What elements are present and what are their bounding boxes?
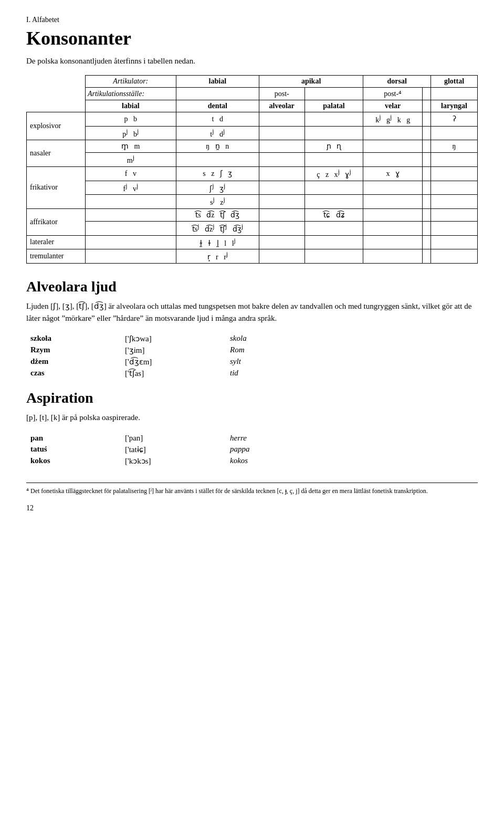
phonetic-kokos: ['kɔkɔs] <box>121 455 226 467</box>
table-row-affrikator2: t͡sj d͡zj t͡ʃj d͡ʒj <box>27 221 478 235</box>
table-row-frikativor: frikativor f v s z ʃ ʒ ç z xj ɣj x ɣ <box>27 166 478 181</box>
word-kokos: kokos <box>26 455 121 467</box>
col-artikulationsst: Artikulationsställe: <box>85 88 176 100</box>
alveolara-word-row-1: szkoła ['ʃkɔwa] skola <box>26 333 478 344</box>
alveolara-word-table: szkoła ['ʃkɔwa] skola Rzym ['ʒim] Rom dż… <box>26 333 478 379</box>
col-labial: labial <box>85 100 176 112</box>
col-post1: post- <box>259 88 304 100</box>
translation-tatus: pappa <box>226 444 478 455</box>
table-row-nasaler2: mj <box>27 153 478 167</box>
alveolara-body: Ljuden [ʃ], [ʒ], [t͡ʃ], [d͡ʒ] är alveola… <box>26 300 478 325</box>
table-row-explosivor2: pj bj tj dj <box>27 126 478 140</box>
footnote: ⁴ Det fonetiska tilläggstecknet för pala… <box>26 483 478 496</box>
phonetic-dzem: ['d͡ʒɛm] <box>121 356 226 368</box>
col-post2: post-⁴ <box>363 88 423 100</box>
table-row-explosivor: explosivor p b t d kj gj k g ʔ <box>27 112 478 127</box>
table-header-row1: Artikulator: labial apikal dorsal glotta… <box>27 76 478 88</box>
word-czas: czas <box>26 368 121 379</box>
row-label-explosivor: explosivor <box>27 112 86 140</box>
table-row-lateraler: lateraler ɫ̪ ɫ l̪ l lj <box>27 235 478 249</box>
aspiration-word-row-2: tatuś ['tatɨɕ] pappa <box>26 444 478 455</box>
word-szkoła: szkoła <box>26 333 121 344</box>
phonetic-czas: ['t͡ʃas] <box>121 368 226 379</box>
col-velar: velar <box>363 100 423 112</box>
consonant-table: Artikulator: labial apikal dorsal glotta… <box>26 75 478 264</box>
table-row-affrikator: affrikator t͡s d͡z t͡ʃ d͡ʒ t͡ɕ d͡ʑ <box>27 208 478 221</box>
table-header-row3: labial dental alveolar palatal velar lar… <box>27 100 478 112</box>
translation-pan: herre <box>226 433 478 444</box>
row-label-affrikator: affrikator <box>27 208 86 235</box>
aspiration-body: [p], [t], [k] är på polska oaspirerade. <box>26 412 478 424</box>
page-title: Konsonanter <box>26 27 478 49</box>
alveolara-word-row-3: dżem ['d͡ʒɛm] sylt <box>26 356 478 368</box>
page-number: 12 <box>26 504 478 512</box>
translation-czas: tid <box>226 368 478 379</box>
table-row-tremulanter: tremulanter r̝ r rj <box>27 249 478 264</box>
phonetic-tatus: ['tatɨɕ] <box>121 444 226 455</box>
table-row-frikativor2: fj vj ʃj ʒj <box>27 181 478 195</box>
col-laryngal: laryngal <box>431 100 478 112</box>
word-pan: pan <box>26 433 121 444</box>
translation-rzym: Rom <box>226 344 478 356</box>
word-dzem: dżem <box>26 356 121 368</box>
col-dorsal-h: dorsal <box>363 76 431 88</box>
aspiration-word-row-1: pan ['pan] herre <box>26 433 478 444</box>
col-glottal-h: glottal <box>431 76 478 88</box>
table-row-nasaler: nasaler m̥ m ŋ n̪ n ɲ ɳ ŋ <box>27 140 478 153</box>
intro-text: De polska konsonantljuden återfinns i ta… <box>26 57 478 66</box>
col-labial-h: labial <box>176 76 259 88</box>
row-label-nasaler: nasaler <box>27 140 86 167</box>
aspiration-title: Aspiration <box>26 390 478 406</box>
word-rzym: Rzym <box>26 344 121 356</box>
alveolara-title: Alveolara ljud <box>26 278 478 295</box>
col-alveolar: alveolar <box>259 100 304 112</box>
table-row-frikativor3: sj zj <box>27 195 478 209</box>
footnote-text: ⁴ Det fonetiska tilläggstecknet för pala… <box>26 487 428 495</box>
translation-dzem: sylt <box>226 356 478 368</box>
table-header-row2: Artikulationsställe: post- post-⁴ <box>27 88 478 100</box>
translation-szkoła: skola <box>226 333 478 344</box>
row-label-frikativor: frikativor <box>27 166 86 208</box>
row-label-tremulanter: tremulanter <box>27 249 86 264</box>
phonetic-pan: ['pan] <box>121 433 226 444</box>
alveolara-word-row-4: czas ['t͡ʃas] tid <box>26 368 478 379</box>
section-number: I. Alfabetet <box>26 16 478 24</box>
row-label-lateraler: lateraler <box>27 235 86 249</box>
translation-kokos: kokos <box>226 455 478 467</box>
col-apikal-h: apikal <box>259 76 363 88</box>
col-dental: dental <box>176 100 259 112</box>
aspiration-word-table: pan ['pan] herre tatuś ['tatɨɕ] pappa ko… <box>26 433 478 467</box>
alveolara-word-row-2: Rzym ['ʒim] Rom <box>26 344 478 356</box>
col-palatal: palatal <box>304 100 363 112</box>
aspiration-word-row-3: kokos ['kɔkɔs] kokos <box>26 455 478 467</box>
word-tatus: tatuś <box>26 444 121 455</box>
phonetic-rzym: ['ʒim] <box>121 344 226 356</box>
col-artikulator: Artikulator: <box>85 76 176 88</box>
phonetic-szkoła: ['ʃkɔwa] <box>121 333 226 344</box>
